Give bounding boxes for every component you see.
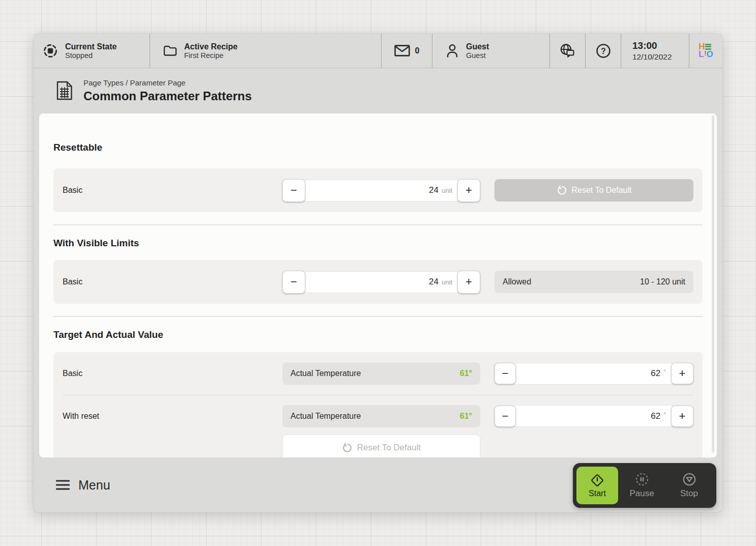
active-recipe-label: Active Recipe (184, 42, 238, 51)
scrollbar-thumb[interactable] (712, 116, 714, 452)
reset-to-default-button[interactable]: Reset To Default (282, 435, 480, 457)
actual-label: Actual Temperature (290, 412, 361, 421)
messages-count: 0 (415, 46, 420, 55)
parameter-label: Basic (63, 186, 268, 195)
parameter-label: Basic (63, 369, 268, 378)
value-input[interactable]: 62 ° (512, 363, 675, 385)
decrement-button[interactable]: − (495, 363, 516, 384)
language-globe-icon (559, 43, 576, 59)
decrement-button[interactable]: − (282, 179, 305, 202)
actual-value: 61° (460, 412, 472, 421)
reset-icon (342, 443, 352, 453)
language-cell[interactable] (550, 34, 586, 68)
reset-button-label: Reset To Default (572, 186, 632, 195)
decrement-button[interactable]: − (282, 271, 305, 294)
allowed-range-value: 10 - 120 unit (640, 277, 685, 286)
pause-icon (635, 472, 649, 486)
machine-actions-panel: Start Pause (573, 463, 716, 508)
user-name: Guest (466, 42, 489, 51)
start-label: Start (589, 489, 606, 498)
logo-letter-l: L (699, 51, 704, 58)
svg-text:?: ? (601, 46, 606, 55)
parameter-label: With reset (63, 405, 268, 427)
app-window: Current State Stopped Active Recipe Firs… (34, 34, 722, 512)
user-cell[interactable]: Guest Guest (432, 34, 550, 68)
value-stepper: − 24 unit + (282, 271, 480, 294)
envelope-icon (394, 45, 410, 56)
stop-button[interactable]: Stop (665, 472, 713, 499)
current-state-cell[interactable]: Current State Stopped (34, 34, 150, 68)
help-icon: ? (595, 43, 612, 59)
target-value: 62 (651, 368, 660, 379)
allowed-range-badge: Allowed 10 - 120 unit (495, 271, 693, 293)
reset-icon (557, 185, 567, 195)
clock-cell: 13:00 12/10/2022 (621, 34, 689, 68)
parameter-row-target-basic: Basic Actual Temperature 61° − 62 ° + (53, 352, 703, 395)
parameter-row-resettable-basic: Basic − 24 unit + Reset To Default (53, 168, 703, 212)
machine-state-icon (43, 43, 58, 59)
section-divider (53, 316, 703, 317)
parameter-row-limits-basic: Basic − 24 unit + Allowed 10 - 120 unit (53, 260, 703, 304)
actual-value: 61° (460, 369, 472, 378)
actual-value-badge: Actual Temperature 61° (282, 362, 480, 385)
stop-label: Stop (680, 488, 698, 499)
increment-button[interactable]: + (457, 179, 480, 202)
current-state-label: Current State (65, 42, 117, 51)
pause-label: Pause (629, 488, 654, 499)
parameter-page-icon (55, 80, 73, 101)
target-unit: ° (663, 411, 666, 418)
start-button[interactable]: Start (576, 467, 618, 504)
start-icon (590, 473, 604, 487)
clock-time: 13:00 (632, 40, 657, 51)
allowed-label: Allowed (503, 277, 531, 286)
parameter-unit: unit (442, 187, 452, 194)
parameter-unit: unit (442, 278, 452, 286)
actual-value-badge: Actual Temperature 61° (282, 405, 480, 427)
bottom-bar: Menu Start (34, 457, 722, 512)
target-value: 62 (651, 411, 660, 421)
menu-button[interactable]: Menu (56, 478, 110, 493)
parameter-value: 24 (429, 185, 439, 195)
folder-icon (163, 45, 177, 56)
page-header: Page Types / Parameter Page Common Param… (34, 68, 722, 113)
menu-label: Menu (78, 478, 110, 493)
increment-button[interactable]: + (671, 363, 693, 384)
current-state-value: Stopped (65, 51, 117, 60)
help-cell[interactable]: ? (586, 34, 621, 68)
value-input[interactable]: 24 unit (302, 180, 461, 202)
active-recipe-value: First Recipe (184, 51, 238, 60)
target-actual-panel: Basic Actual Temperature 61° − 62 ° + Wi… (53, 352, 703, 457)
target-value-stepper: − 62 ° + (495, 363, 693, 385)
active-recipe-cell[interactable]: Active Recipe First Recipe (150, 34, 382, 68)
logo-letter-o: O (707, 51, 713, 58)
section-title-target-actual: Target And Actual Value (53, 329, 703, 340)
target-unit: ° (663, 368, 666, 376)
page-title: Common Parameter Patterns (83, 89, 252, 103)
parameter-value: 24 (429, 277, 439, 287)
top-status-bar: Current State Stopped Active Recipe Firs… (34, 34, 722, 68)
reset-button-label: Reset To Default (357, 443, 421, 453)
value-input[interactable]: 62 ° (512, 405, 675, 427)
logo-cell: H L!O (689, 34, 722, 68)
reset-to-default-button[interactable]: Reset To Default (495, 179, 693, 202)
increment-button[interactable]: + (457, 271, 480, 294)
messages-cell[interactable]: 0 (382, 34, 432, 68)
helio-logo: H L!O (699, 43, 713, 59)
content-card: Resettable Basic − 24 unit + Reset To D (39, 113, 717, 457)
stop-icon (682, 472, 696, 486)
parameter-row-target-with-reset: With reset Actual Temperature 61° (53, 395, 703, 457)
target-value-stepper: − 62 ° + (495, 405, 693, 427)
value-stepper: − 24 unit + (282, 179, 480, 202)
section-title-visible-limits: With Visible Limits (53, 238, 703, 249)
value-input[interactable]: 24 unit (302, 271, 461, 293)
clock-date: 12/10/2022 (632, 52, 672, 62)
breadcrumb: Page Types / Parameter Page (83, 78, 252, 87)
decrement-button[interactable]: − (495, 406, 516, 427)
increment-button[interactable]: + (671, 406, 693, 427)
section-title-resettable: Resettable (53, 142, 703, 153)
pause-button[interactable]: Pause (618, 472, 665, 499)
user-role: Guest (466, 51, 489, 60)
parameter-label: Basic (63, 277, 268, 286)
user-icon (446, 44, 459, 58)
section-divider (53, 224, 703, 225)
